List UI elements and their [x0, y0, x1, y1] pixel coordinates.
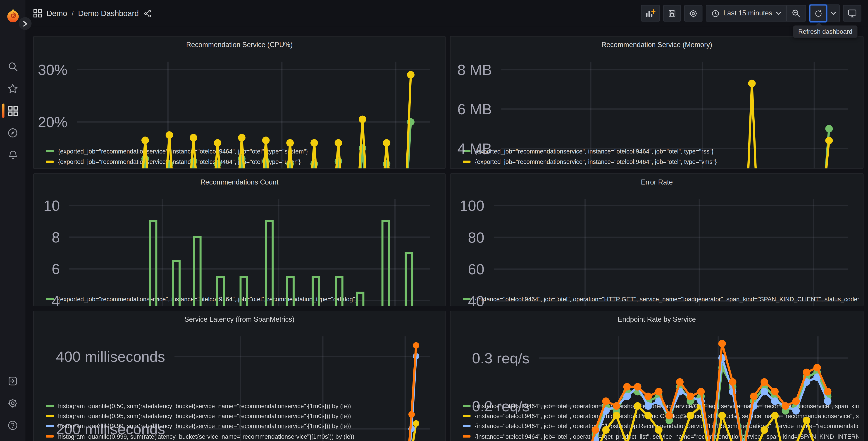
sidebar	[0, 0, 26, 441]
starred-icon[interactable]	[0, 78, 26, 99]
svg-text:100: 100	[460, 198, 484, 214]
svg-text:6: 6	[52, 261, 60, 277]
refresh-icon	[814, 9, 822, 18]
zoom-out-button[interactable]	[786, 5, 806, 21]
expand-sidebar-button[interactable]	[19, 17, 31, 30]
time-controls: Last 15 minutes	[706, 5, 806, 22]
panel-title[interactable]: Recommendation Service (CPU%)	[38, 39, 441, 51]
panel-grid: Recommendation Service (CPU%) 0%10%20%30…	[33, 36, 864, 441]
save-dashboard-button[interactable]	[663, 5, 681, 22]
time-series-chart[interactable]: 024681021:5021:5522:00	[38, 188, 441, 293]
grafana-dashboard: Demo / Demo Dashboard Last 15 minutes	[0, 0, 868, 441]
time-range-picker[interactable]: Last 15 minutes	[706, 5, 786, 21]
dashboard-grid-icon	[33, 9, 42, 18]
svg-text:60: 60	[468, 261, 485, 277]
panel-recommendations-count: Recommendations Count 024681021:5021:552…	[33, 173, 446, 306]
add-panel-button[interactable]	[641, 5, 660, 22]
time-series-chart[interactable]: 0 MB2 MB4 MB6 MB8 MB21:5021:5522:00	[455, 51, 859, 146]
cycle-view-mode-button[interactable]	[843, 5, 862, 22]
settings-gear-icon[interactable]	[0, 392, 26, 414]
svg-text:4: 4	[52, 293, 60, 306]
toolbar: Last 15 minutes	[641, 4, 861, 22]
time-range-label: Last 15 minutes	[723, 9, 772, 17]
panel-recommendation-cpu: Recommendation Service (CPU%) 0%10%20%30…	[33, 36, 446, 169]
svg-text:6 MB: 6 MB	[457, 101, 492, 117]
chevron-down-icon	[831, 11, 836, 15]
svg-text:0.3 req/s: 0.3 req/s	[472, 350, 529, 366]
svg-text:10%: 10%	[38, 167, 68, 169]
sign-in-icon[interactable]	[0, 370, 26, 392]
svg-text:0.2 req/s: 0.2 req/s	[472, 398, 529, 414]
panel-endpoint-rate: Endpoint Rate by Service 0.0 req/s0.1 re…	[450, 311, 864, 441]
panel-title[interactable]: Recommendation Service (Memory)	[455, 39, 859, 51]
time-series-chart[interactable]: 0 milliseconds200 milliseconds400 millis…	[38, 326, 441, 400]
svg-text:200 milliseconds: 200 milliseconds	[56, 421, 165, 437]
breadcrumb: Demo / Demo Dashboard	[33, 9, 152, 18]
panel-title[interactable]: Error Rate	[455, 177, 859, 188]
breadcrumb-separator: /	[71, 9, 73, 18]
panel-title[interactable]: Endpoint Rate by Service	[455, 314, 859, 326]
alerting-bell-icon[interactable]	[0, 144, 26, 166]
panel-title[interactable]: Service Latency (from SpanMetrics)	[38, 314, 441, 326]
svg-text:30%: 30%	[38, 62, 68, 78]
svg-text:80: 80	[468, 229, 485, 246]
help-icon[interactable]	[0, 414, 26, 437]
search-icon[interactable]	[0, 56, 26, 78]
header: Demo / Demo Dashboard Last 15 minutes	[26, 0, 868, 27]
time-series-chart[interactable]: 0.0 req/s0.1 req/s0.2 req/s0.3 req/s21:5…	[455, 326, 859, 400]
time-series-chart[interactable]: 0%10%20%30%21:5021:5522:00	[38, 51, 441, 146]
chevron-down-icon	[776, 11, 781, 15]
explore-icon[interactable]	[0, 122, 26, 144]
panel-recommendation-memory: Recommendation Service (Memory) 0 MB2 MB…	[450, 36, 864, 169]
dashboard-settings-button[interactable]	[684, 5, 702, 22]
clock-icon	[711, 9, 719, 18]
zoom-out-icon	[792, 9, 800, 18]
refresh-button[interactable]	[809, 4, 827, 22]
share-icon[interactable]	[143, 9, 152, 18]
panel-title[interactable]: Recommendations Count	[38, 177, 441, 188]
tooltip: Refresh dashboard	[793, 26, 857, 38]
dashboards-icon[interactable]	[0, 99, 26, 122]
panel-service-latency: Service Latency (from SpanMetrics) 0 mil…	[33, 311, 446, 441]
breadcrumb-folder[interactable]: Demo	[46, 9, 67, 18]
svg-text:8: 8	[52, 229, 60, 246]
refresh-controls	[809, 4, 840, 22]
svg-text:20%: 20%	[38, 114, 68, 130]
svg-text:8 MB: 8 MB	[457, 62, 492, 78]
refresh-interval-dropdown[interactable]	[827, 5, 839, 22]
breadcrumb-dashboard[interactable]: Demo Dashboard	[78, 9, 139, 18]
svg-text:10: 10	[43, 198, 60, 214]
svg-text:400 milliseconds: 400 milliseconds	[56, 348, 165, 365]
monitor-icon	[847, 9, 857, 18]
svg-text:4 MB: 4 MB	[457, 140, 492, 157]
panel-error-rate: Error Rate 02040608010021:5021:5522:00 {…	[450, 173, 864, 306]
time-series-chart[interactable]: 02040608010021:5021:5522:00	[455, 188, 859, 293]
svg-text:40: 40	[468, 293, 485, 306]
